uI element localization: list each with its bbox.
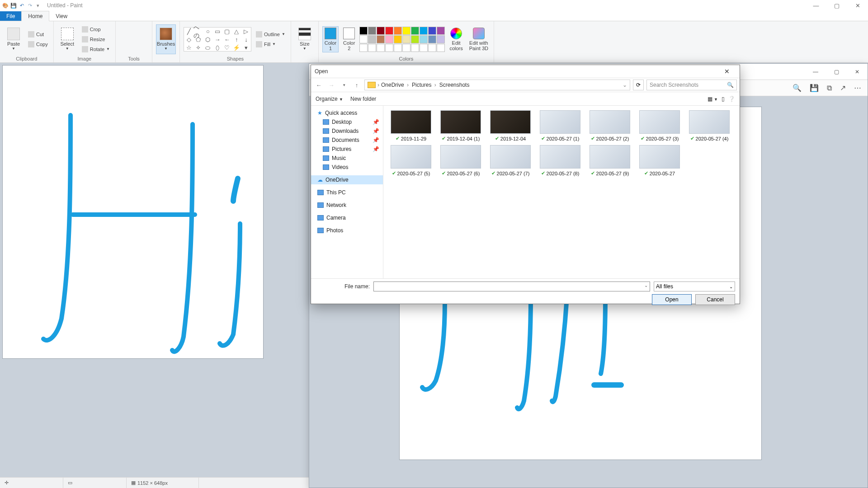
file-thumb[interactable]: ✔2020-05-27 (8) — [536, 145, 584, 176]
palette-swatch[interactable] — [359, 44, 368, 52]
zoom-icon[interactable] — [139, 40, 148, 49]
tree-desktop[interactable]: Desktop📌 — [311, 117, 383, 127]
color-palette[interactable] — [359, 27, 445, 52]
tree-videos[interactable]: Videos — [311, 163, 383, 172]
file-thumb[interactable]: ✔2020-05-27 (6) — [437, 145, 485, 176]
tree-camera[interactable]: Camera — [311, 213, 383, 222]
path-seg-1[interactable]: Pictures — [412, 82, 438, 88]
select-button[interactable]: Select▼ — [57, 24, 77, 54]
nav-back-button[interactable]: ← — [314, 80, 324, 90]
color1-button[interactable]: Color1 — [322, 26, 339, 52]
address-bar[interactable]: › OneDrive Pictures Screenshots ⌄ — [364, 80, 630, 90]
palette-swatch[interactable] — [420, 35, 428, 43]
organize-button[interactable]: Organize ▼ — [316, 96, 343, 102]
secondary-maximize-button[interactable]: ▢ — [826, 64, 847, 80]
palette-swatch[interactable] — [402, 27, 410, 35]
palette-swatch[interactable] — [428, 27, 436, 35]
brushes-button[interactable]: Brushes▼ — [156, 24, 176, 54]
preview-pane-button[interactable]: ▯ — [722, 96, 725, 102]
zoom-in-icon[interactable]: 🔍 — [793, 84, 802, 92]
eraser-icon[interactable] — [119, 40, 128, 49]
cut-button[interactable]: Cut — [26, 30, 50, 39]
palette-swatch[interactable] — [385, 35, 393, 43]
bucket-icon[interactable] — [129, 30, 138, 39]
file-thumb[interactable]: ✔2020-05-27 (5) — [387, 145, 435, 176]
tree-onedrive[interactable]: ☁OneDrive — [311, 175, 383, 184]
qat-undo-icon[interactable]: ↶ — [18, 2, 25, 9]
secondary-close-button[interactable]: ✕ — [847, 64, 868, 80]
tree-quick-access[interactable]: ★Quick access — [311, 108, 383, 117]
palette-swatch[interactable] — [385, 44, 393, 52]
palette-swatch[interactable] — [437, 35, 445, 43]
tab-file[interactable]: File — [0, 11, 21, 21]
palette-swatch[interactable] — [420, 44, 428, 52]
file-thumb[interactable]: ✔2020-05-27 (4) — [685, 110, 733, 141]
save-icon[interactable]: 💾 — [810, 84, 819, 92]
palette-swatch[interactable] — [385, 27, 393, 35]
qat-redo-icon[interactable]: ↷ — [26, 2, 33, 9]
palette-swatch[interactable] — [359, 27, 368, 35]
share-icon[interactable]: ↗ — [840, 84, 846, 92]
size-button[interactable]: Size▼ — [295, 24, 315, 54]
palette-swatch[interactable] — [359, 35, 368, 43]
file-thumb[interactable]: ✔2019-12-04 (1) — [437, 110, 485, 141]
palette-swatch[interactable] — [394, 27, 402, 35]
qat-dropdown-icon[interactable]: ▾ — [34, 2, 42, 9]
file-thumb[interactable]: ✔2019-11-29 — [387, 110, 435, 141]
dialog-close-button[interactable]: ✕ — [718, 68, 736, 75]
filetype-select[interactable]: All files⌄ — [654, 282, 735, 291]
more-icon[interactable]: ⋯ — [854, 84, 861, 92]
resize-button[interactable]: Resize — [80, 35, 112, 44]
palette-swatch[interactable] — [394, 44, 402, 52]
paste-button[interactable]: Paste▼ — [4, 24, 24, 54]
outline-button[interactable]: Outline ▼ — [254, 30, 287, 39]
tree-music[interactable]: Music — [311, 154, 383, 163]
rotate-button[interactable]: Rotate ▼ — [80, 45, 112, 54]
qat-save-icon[interactable]: 💾 — [10, 2, 17, 9]
file-thumb[interactable]: ✔2020-05-27 (9) — [586, 145, 634, 176]
palette-swatch[interactable] — [437, 27, 445, 35]
palette-swatch[interactable] — [377, 44, 385, 52]
secondary-minimize-button[interactable]: — — [805, 64, 826, 80]
nav-up-button[interactable]: ↑ — [352, 80, 362, 90]
tab-view[interactable]: View — [49, 11, 74, 21]
color2-button[interactable]: Color2 — [341, 27, 357, 52]
tree-network[interactable]: Network — [311, 201, 383, 210]
file-thumb[interactable]: ✔2020-05-27 (3) — [636, 110, 684, 141]
picker-icon[interactable] — [129, 40, 138, 49]
path-seg-2[interactable]: Screenshots — [439, 82, 470, 88]
palette-swatch[interactable] — [402, 35, 410, 43]
file-thumb[interactable]: ✔2020-05-27 (1) — [536, 110, 584, 141]
crop-button[interactable]: Crop — [80, 25, 112, 34]
help-button[interactable]: ❔ — [728, 96, 735, 102]
palette-swatch[interactable] — [411, 44, 419, 52]
pencil-icon[interactable] — [119, 30, 128, 39]
minimize-button[interactable]: — — [806, 0, 826, 11]
tree-downloads[interactable]: Downloads📌 — [311, 127, 383, 136]
view-mode-button[interactable]: ▦ ▼ — [708, 96, 718, 102]
palette-swatch[interactable] — [377, 27, 385, 35]
nav-forward-button[interactable]: → — [326, 80, 336, 90]
tree-thispc[interactable]: This PC — [311, 188, 383, 197]
palette-swatch[interactable] — [411, 35, 419, 43]
close-button[interactable]: ✕ — [847, 0, 868, 11]
refresh-button[interactable]: ⟳ — [633, 80, 644, 90]
file-thumb[interactable]: ✔2019-12-04 — [486, 110, 534, 141]
open-button[interactable]: Open — [652, 294, 692, 305]
filename-input[interactable]: ⌄ — [373, 282, 650, 291]
tree-pictures[interactable]: Pictures📌 — [311, 145, 383, 154]
canvas-main[interactable] — [3, 66, 263, 358]
palette-swatch[interactable] — [368, 27, 376, 35]
file-thumb[interactable]: ✔2020-05-27 (2) — [586, 110, 634, 141]
palette-swatch[interactable] — [394, 35, 402, 43]
address-dropdown-icon[interactable]: ⌄ — [623, 82, 627, 88]
palette-swatch[interactable] — [411, 27, 419, 35]
palette-swatch[interactable] — [368, 44, 376, 52]
tree-photos[interactable]: Photos — [311, 226, 383, 235]
palette-swatch[interactable] — [428, 44, 436, 52]
path-seg-0[interactable]: OneDrive — [381, 82, 410, 88]
shapes-gallery[interactable]: ╱への○▭▢△▷ ◇⬠⬡→←↑↓ ☆✧⬭⬯♡⚡▾ — [184, 27, 251, 52]
palette-swatch[interactable] — [368, 35, 376, 43]
nav-recent-dropdown[interactable]: ▾ — [339, 80, 349, 90]
cancel-button[interactable]: Cancel — [695, 294, 735, 305]
